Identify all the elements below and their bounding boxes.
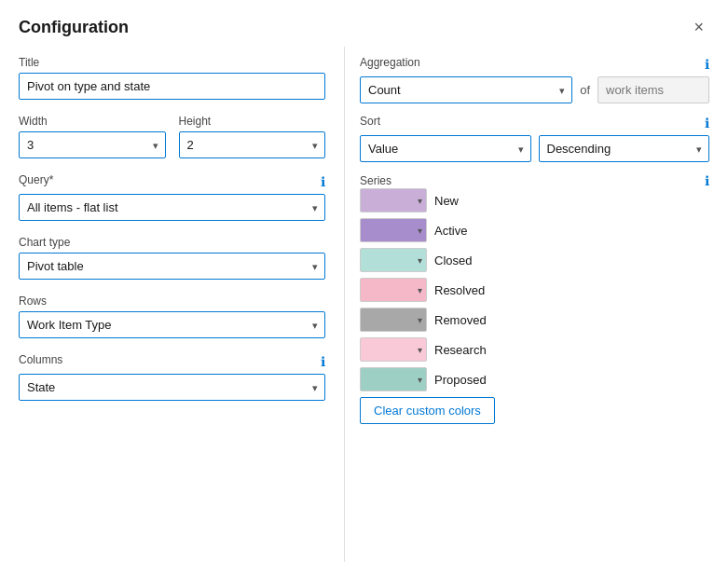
sort-info-icon[interactable]: ℹ [705, 116, 709, 130]
of-label: of [580, 83, 590, 97]
color-swatch[interactable] [360, 188, 427, 212]
color-swatch[interactable] [360, 278, 427, 302]
height-label: Height [179, 115, 326, 128]
rows-field-group: Rows Work Item Type StateAssigned To ▾ [19, 295, 325, 338]
query-label: Query* [19, 173, 53, 186]
width-label: Width [19, 115, 166, 128]
right-panel: Aggregation ℹ Count SumAverage ▾ of [345, 47, 728, 562]
query-field-group: Query* ℹ All items - flat list ▾ [19, 173, 325, 221]
series-name: Active [434, 224, 467, 238]
height-select[interactable]: 1234 [179, 131, 326, 158]
columns-select[interactable]: State Work Item TypeAssigned To [19, 374, 325, 401]
color-swatch[interactable] [360, 337, 427, 362]
series-name: Resolved [434, 283, 485, 297]
rows-label: Rows [19, 295, 325, 308]
query-info-icon[interactable]: ℹ [321, 174, 325, 189]
columns-label: Columns [19, 353, 62, 366]
sort-field-group: Sort ℹ ValueLabel ▾ AscendingDescending [360, 115, 709, 162]
series-name: Proposed [434, 373, 487, 387]
color-swatch-wrap: ▾ [360, 308, 427, 332]
rows-select-wrapper: Work Item Type StateAssigned To ▾ [19, 311, 325, 338]
dialog-title: Configuration [19, 18, 129, 37]
query-select-wrapper: All items - flat list ▾ [19, 194, 325, 221]
aggregation-label-row: Aggregation ℹ [360, 56, 709, 73]
work-items-input[interactable] [598, 76, 709, 103]
dialog-body: Title Width 123456 ▾ Height [0, 47, 728, 562]
sort-select[interactable]: ValueLabel [360, 135, 531, 162]
color-swatch[interactable] [360, 218, 427, 242]
title-field-group: Title [19, 56, 325, 100]
series-field-group: Series ℹ ▾New▾Active▾Closed▾Resolved▾Rem… [360, 173, 709, 424]
series-item: ▾New [360, 188, 709, 212]
chart-type-select[interactable]: Pivot table BarColumnPieLine [19, 253, 325, 280]
rows-select[interactable]: Work Item Type StateAssigned To [19, 311, 325, 338]
color-swatch[interactable] [360, 367, 427, 391]
color-swatch-wrap: ▾ [360, 278, 427, 302]
color-swatch[interactable] [360, 248, 427, 272]
query-select[interactable]: All items - flat list [19, 194, 325, 221]
series-name: Removed [434, 313, 487, 327]
height-field-group: Height 1234 ▾ [179, 115, 326, 158]
chart-type-label: Chart type [19, 236, 325, 249]
columns-info-icon[interactable]: ℹ [321, 354, 325, 369]
color-swatch-wrap: ▾ [360, 218, 427, 242]
series-item: ▾Removed [360, 308, 709, 332]
color-swatch-wrap: ▾ [360, 248, 427, 272]
aggregation-row: Count SumAverage ▾ of [360, 76, 709, 103]
width-field-group: Width 123456 ▾ [19, 115, 166, 158]
chart-type-field-group: Chart type Pivot table BarColumnPieLine … [19, 236, 325, 280]
sort-select-wrapper: ValueLabel ▾ [360, 135, 531, 162]
aggregation-select[interactable]: Count SumAverage [360, 76, 572, 103]
aggregation-label: Aggregation [360, 56, 420, 69]
title-label: Title [19, 56, 325, 69]
dialog-header: Configuration × [0, 0, 728, 47]
series-label: Series [360, 174, 391, 187]
series-header: Series ℹ [360, 173, 709, 188]
color-swatch[interactable] [360, 308, 427, 332]
title-input[interactable] [19, 73, 325, 100]
close-button[interactable]: × [688, 17, 709, 37]
color-swatch-wrap: ▾ [360, 337, 427, 362]
chart-type-select-wrapper: Pivot table BarColumnPieLine ▾ [19, 253, 325, 280]
sort-dir-select[interactable]: AscendingDescending [539, 135, 710, 162]
sort-dir-select-wrapper: AscendingDescending ▾ [539, 135, 710, 162]
sort-label-row: Sort ℹ [360, 115, 709, 131]
series-item: ▾Closed [360, 248, 709, 272]
left-panel: Title Width 123456 ▾ Height [0, 47, 345, 562]
width-select-wrapper: 123456 ▾ [19, 131, 166, 158]
configuration-dialog: Configuration × Title Width 123456 ▾ [0, 0, 728, 562]
series-name: Closed [434, 254, 472, 267]
columns-field-group: Columns ℹ State Work Item TypeAssigned T… [19, 353, 325, 401]
series-item: ▾Proposed [360, 367, 709, 391]
query-label-row: Query* ℹ [19, 173, 325, 190]
height-select-wrapper: 1234 ▾ [179, 131, 326, 158]
sort-label: Sort [360, 115, 380, 128]
aggregation-info-icon[interactable]: ℹ [705, 57, 709, 72]
clear-colors-button[interactable]: Clear custom colors [360, 397, 495, 424]
width-height-row: Width 123456 ▾ Height 1234 ▾ [19, 115, 325, 158]
series-item: ▾Resolved [360, 278, 709, 302]
series-item: ▾Research [360, 337, 709, 362]
aggregation-field-group: Aggregation ℹ Count SumAverage ▾ of [360, 56, 709, 103]
series-name: New [434, 194, 459, 208]
width-select[interactable]: 123456 [19, 131, 166, 158]
columns-label-row: Columns ℹ [19, 353, 325, 370]
sort-row: ValueLabel ▾ AscendingDescending ▾ [360, 135, 709, 162]
color-swatch-wrap: ▾ [360, 188, 427, 212]
series-info-icon[interactable]: ℹ [705, 173, 709, 188]
series-name: Research [434, 343, 487, 357]
columns-select-wrapper: State Work Item TypeAssigned To ▾ [19, 374, 325, 401]
color-swatch-wrap: ▾ [360, 367, 427, 391]
series-item: ▾Active [360, 218, 709, 242]
series-list: ▾New▾Active▾Closed▾Resolved▾Removed▾Rese… [360, 188, 709, 391]
aggregation-select-wrapper: Count SumAverage ▾ [360, 76, 572, 103]
